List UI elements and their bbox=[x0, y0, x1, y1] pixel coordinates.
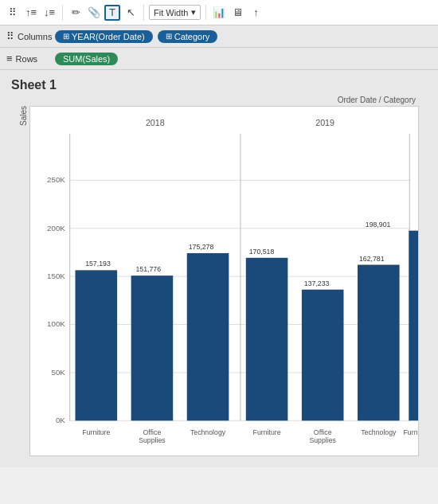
svg-text:100K: 100K bbox=[47, 319, 65, 328]
svg-text:Furniture: Furniture bbox=[404, 428, 419, 436]
toolbar-group-fitwidth: Fit Width ▾ bbox=[149, 5, 206, 20]
chart-svg-container: Sales 0K 50K 100K 150K 200K 250K bbox=[19, 106, 419, 456]
rows-row: ≡ Rows SUM(Sales) bbox=[0, 48, 438, 70]
svg-text:Technology: Technology bbox=[190, 428, 226, 436]
bar-2018-office-supplies[interactable] bbox=[131, 275, 174, 420]
chevron-down-icon: ▾ bbox=[191, 7, 196, 18]
sort-asc-icon[interactable]: ↑≡ bbox=[23, 5, 39, 21]
chart-wrapper: Order Date / Category Sales 0K 50K 100K … bbox=[11, 96, 427, 464]
svg-text:Technology: Technology bbox=[361, 428, 397, 436]
pointer-icon[interactable]: ↖ bbox=[123, 5, 139, 21]
sum-sales-pill[interactable]: SUM(Sales) bbox=[55, 53, 118, 65]
svg-text:0K: 0K bbox=[56, 416, 65, 424]
paperclip-icon[interactable]: 📎 bbox=[86, 5, 102, 21]
svg-text:170,518: 170,518 bbox=[249, 248, 275, 256]
sort-desc-icon[interactable]: ↓≡ bbox=[41, 5, 57, 21]
svg-text:198,901: 198,901 bbox=[366, 221, 391, 229]
monitor-icon[interactable]: 🖥 bbox=[229, 5, 245, 21]
text-icon[interactable]: T bbox=[104, 5, 120, 21]
rows-label: ≡ Rows bbox=[6, 53, 50, 64]
svg-text:151,776: 151,776 bbox=[135, 265, 161, 273]
sheet-area: Sheet 1 Order Date / Category Sales 0K 5… bbox=[0, 70, 438, 467]
year-order-date-pill[interactable]: ⊞ YEAR(Order Date) bbox=[55, 30, 153, 43]
order-date-category-label: Order Date / Category bbox=[19, 96, 419, 104]
svg-text:Furniture: Furniture bbox=[253, 428, 281, 436]
columns-row: ⠿ Columns ⊞ YEAR(Order Date) ⊞ Category bbox=[0, 25, 438, 48]
toolbar-group-columns: ⠿ ↑≡ ↓≡ bbox=[5, 5, 63, 21]
bar-2018-technology[interactable] bbox=[187, 253, 229, 420]
bar-2019-furniture[interactable] bbox=[246, 258, 288, 421]
svg-text:Supplies: Supplies bbox=[309, 436, 336, 444]
bar-chart: 0K 50K 100K 150K 200K 250K 2018 2019 bbox=[29, 106, 419, 456]
svg-text:200K: 200K bbox=[47, 224, 65, 232]
svg-text:Office: Office bbox=[143, 428, 162, 436]
bar-2019-furniture-2[interactable] bbox=[409, 231, 419, 421]
columns-label: ⠿ Columns bbox=[6, 30, 50, 42]
sheet-title: Sheet 1 bbox=[11, 78, 427, 92]
svg-text:Supplies: Supplies bbox=[139, 436, 166, 444]
pencil-icon[interactable]: ✏ bbox=[68, 5, 84, 21]
svg-text:150K: 150K bbox=[47, 272, 65, 280]
columns-dots-icon: ⠿ bbox=[6, 30, 14, 42]
toolbar: ⠿ ↑≡ ↓≡ ✏ 📎 T ↖ Fit Width ▾ 📊 🖥 ↑ bbox=[0, 0, 438, 25]
fit-width-dropdown[interactable]: Fit Width ▾ bbox=[149, 5, 201, 20]
svg-text:2018: 2018 bbox=[146, 118, 165, 127]
svg-text:Furniture: Furniture bbox=[82, 428, 110, 436]
svg-text:157,193: 157,193 bbox=[85, 260, 111, 268]
bar-2019-technology[interactable] bbox=[358, 265, 400, 421]
y-axis-label: Sales bbox=[19, 106, 28, 134]
rows-dots-icon: ≡ bbox=[6, 53, 13, 64]
calendar-icon: ⊞ bbox=[63, 32, 69, 41]
grid-icon: ⊞ bbox=[166, 32, 172, 41]
svg-text:162,781: 162,781 bbox=[359, 255, 385, 263]
bar-2019-office-supplies[interactable] bbox=[302, 290, 344, 421]
columns-icon[interactable]: ⠿ bbox=[5, 5, 21, 21]
share-icon[interactable]: ↑ bbox=[248, 5, 264, 21]
svg-text:50K: 50K bbox=[52, 368, 66, 377]
svg-text:Office: Office bbox=[314, 428, 332, 436]
svg-text:2019: 2019 bbox=[315, 118, 334, 127]
toolbar-group-view: 📊 🖥 ↑ bbox=[211, 5, 268, 21]
svg-text:137,233: 137,233 bbox=[304, 279, 330, 287]
svg-text:250K: 250K bbox=[47, 175, 65, 184]
category-pill[interactable]: ⊞ Category bbox=[158, 30, 218, 43]
toolbar-group-format: ✏ 📎 T ↖ bbox=[68, 5, 144, 21]
bar-2018-furniture[interactable] bbox=[75, 270, 117, 420]
chart-icon[interactable]: 📊 bbox=[211, 5, 227, 21]
svg-text:175,278: 175,278 bbox=[189, 243, 214, 251]
